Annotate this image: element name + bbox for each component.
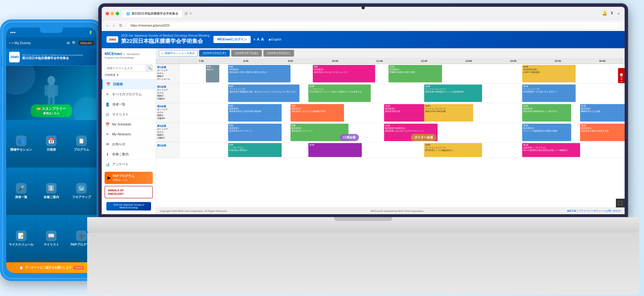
session-time: 8:30 [229,124,281,127]
svg-rect-2 [44,85,48,96]
session-block[interactable]: 9:50 特別講演2血液浄化にかけるパラダイムシフト [313,65,375,82]
session-time: 8:20 [207,66,218,68]
date-tab-day3[interactable]: 2025年3月8日(土) [264,50,294,57]
phone-mail-icon[interactable]: ✉ [67,41,70,45]
phone-grid-item-session[interactable]: 👥 開催中セション [6,120,36,167]
session-block[interactable]: 10:50 [308,143,362,157]
jsmo-banner[interactable]: 2025 the Japanese Society ofMedical Onco… [104,200,153,212]
session-block[interactable]: 15:30 教育講演5機械学習や人工知能 [580,104,625,122]
phone-back-button[interactable]: ‹ < My Events [9,41,31,46]
session-block[interactable]: 10:50 シンポジウム1CKD-MBDガイドライン改訂に必要なデータを再考する [308,85,371,102]
session-block[interactable]: 14:10 企業共催シンポジウム1HIF-P1阻害剤の適正使用を目指して〜網羅的… [522,143,580,157]
footer-links[interactable]: ■掲示板 | プライバシーポリシー | お問い合わせ [567,209,621,213]
browser-forward-button[interactable]: › [112,22,115,29]
phone-search-icon[interactable]: 🔍 [72,41,77,45]
speakers-nav-label: 演者一覧 [112,102,125,107]
session-time: 14:10 [523,105,570,107]
survey-nav-label: アンケート [112,162,128,166]
sidebar-item-all-programs[interactable]: ≡ すべてのプログラム [102,89,156,99]
oral-session-badge[interactable]: 口演会場 [340,134,359,141]
annals-banner[interactable]: ANNALS OFONCOLOGY [104,186,153,198]
phone-stamp-button[interactable]: 🎫 スタンプラリー参加はこちら [30,105,72,117]
browser-tab-title: 第22回日本臨床腫瘍学会学術集会 [132,12,178,16]
browser-notification-icon[interactable]: 🔔 [602,11,607,17]
phone-conference-year: 2025 the Japanese Society of Medical Onc… [22,54,94,56]
touch-badge: TOUCH [74,266,84,269]
schedule-time-slots: 7:00 8:00 9:00 10:00 11:00 12:00 13:00 1… [179,58,625,64]
web-font-large-button[interactable]: A [261,37,264,42]
browser-refresh-button[interactable]: ↻ [118,22,124,29]
phone-grid-item-speaker[interactable]: 🎤 演者一覧 [6,167,36,215]
web-login-button[interactable]: MICEnaviにログイン [214,36,251,43]
session-block[interactable]: 9:50 教育講演2透析患者に合わせた心臓機能の管理 [290,104,344,122]
browser-active-tab[interactable]: 🌐 第22回日本臨床腫瘍学会学術集会 [122,10,182,17]
browser-minimize-dot[interactable] [110,12,114,15]
session-time: 14:10 [523,66,575,68]
phone-grid-item-mylist[interactable]: 📖 マイリスト [36,215,66,262]
phone-conference-header: JSMO 2025 the Japanese Society of Medica… [6,49,96,66]
sidebar-item-schedule[interactable]: 📅 日程表 [102,79,156,89]
browser-close-dot[interactable] [106,12,109,15]
session-block[interactable]: 8:30 ワークショップ1透析患者の骨粗鬆症治療・限られたエビデンスをどのように… [228,85,300,102]
session-block[interactable]: 14:10 教育講演4透析患者の健康寿命をどう延ばすか [522,104,571,122]
sidebar-item-survey[interactable]: 📊 アンケート [102,159,156,169]
sidebar-item-news[interactable]: ✉ お知らせ [102,139,156,149]
session-block[interactable]: 15:30 教育講演11透析患者の最新の栄養定支援 [580,124,625,141]
sidebar-item-guide[interactable]: ℹ 各種ご案内 [102,149,156,159]
show-active-sessions-button[interactable]: ▷ 開催中セッションを表示 [159,50,198,56]
venue-2-sessions: 8:30 ワークショップ1透析患者の骨粗鬆症治療・限られたエビデンスをどのように… [179,84,625,103]
date-tab-day1[interactable]: 2025年3月6日(木) [199,50,230,57]
sidebar-item-my-abstracts[interactable]: ≡ My Abstracts [102,130,156,139]
session-block[interactable]: 8:30 シンポジウム2学術内科の専門的〜 [228,143,282,157]
browser-maximize-dot[interactable] [116,12,119,15]
browser-new-tab-button[interactable]: ⊞ [184,11,188,16]
browser-back-button[interactable]: ‹ [106,22,109,29]
sidebar-item-my-schedule[interactable]: 📅 My Schedule [102,120,156,130]
session-block[interactable]: 12:50 ランチョンセミナー2最新のCKD-MBD治療 [424,104,473,122]
phone-grid-item-info[interactable]: ℹ️ 各種ご案内 [36,167,66,215]
session-block[interactable]: 8:30 教育講演1透析液清浄化と排水管理の最前線 [228,104,282,122]
poster-session-badge[interactable]: ポスター会場 [411,134,436,141]
web-font-small-button[interactable]: A [254,38,255,41]
session-block[interactable]: 12:50 ランチョンセミナー1透析患者の骨粗鬆症ストレス低密度制御 [424,85,482,102]
session-time: 15:30 [581,105,624,107]
phone-program-icon: 📋 [76,136,87,146]
session-block[interactable]: 11:10 特別講演3腎臓再生医療の現状と課題 [388,65,442,82]
schedule-time-header: 7:00 8:00 9:00 10:00 11:00 12:00 13:00 1… [156,58,625,64]
venue-5-label: 第5会場 [156,142,179,158]
fullscreen-button[interactable]: ⛶ [616,199,625,207]
web-english-button[interactable]: ▶English [269,38,281,41]
web-search-button[interactable]: 🔍 [146,65,153,72]
search-sidebar-button[interactable]: 検索メニュー [618,68,625,83]
sidebar-item-mylist[interactable]: ☑ マイリスト [102,110,156,120]
footer-powered: MICEnavi® powered by MICE One Corporatio… [370,209,424,212]
session-block[interactable]: 8:20 開会式 [206,65,219,82]
phone-bottom-bar[interactable]: 📋 アンケートにご協力をお願いします TOUCH [6,262,96,273]
web-search-input[interactable] [105,65,146,71]
pap-banner-text-line1: PAPプログラム [113,174,134,178]
browser-tab-dropdown[interactable]: ▾ [190,12,192,16]
session-block[interactable]: 14:10 ワークショップ2長時間透析〜その是々非々を問う〜 [522,85,576,102]
web-schedule-grid[interactable]: 7:00 8:00 9:00 10:00 11:00 12:00 13:00 1… [156,58,625,207]
session-block[interactable]: 8:30 特別講演1遺伝知識〜日本の透析法の歴史を語る〜 [228,65,290,82]
session-block[interactable]: 8:30 教育講演7世界水準のガイドライン [228,124,282,141]
web-filter-row[interactable]: 詳細検索 ▼ [104,73,153,77]
browser-url-input[interactable] [126,22,621,29]
phone-grid-item-schedule[interactable]: 📅 日程表 [36,120,66,167]
pap-banner[interactable]: ▶ PAPプログラム 視聴はこちら [104,172,153,184]
session-block[interactable]: 14:10 教育講演10アドバンス腹膜透析法の最新の課題 [522,124,571,141]
browser-share-icon[interactable]: ⬆ [610,11,614,17]
session-block[interactable]: 14:10 会長特別企画1α1MG〜遺族知識 [522,65,576,82]
session-block[interactable]: 12:50 ランチョンセミナー3腎内科医として心臓超音波で... [424,143,482,157]
date-tab-day2[interactable]: 2025年3月7日(金) [231,50,262,57]
browser-more-icon[interactable]: ＋ [616,11,621,17]
venue-3-sessions: 8:30 教育講演1透析液清浄化と排水管理の最前線 9:50 教育講演2透析患者… [179,103,625,123]
phone-grid-item-myschedule[interactable]: 📝 マイスケジュール [6,215,36,262]
session-time: 14:10 [523,144,579,146]
phone-program-label: プログラム [74,148,89,152]
sidebar-item-speakers[interactable]: 👤 演者一覧 [102,99,156,110]
web-font-medium-button[interactable]: A [257,38,259,42]
session-time: 12:50 [425,85,481,88]
programs-nav-icon: ≡ [105,92,110,96]
schedule-row-venue4: 第4会場 ポートピアホテル南館1F大輪田C 8:30 教育講演7世界水準のガイド… [156,123,625,142]
